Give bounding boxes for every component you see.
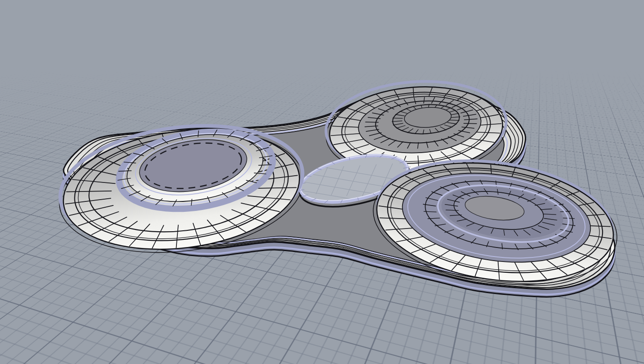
viewport-3d[interactable] [0, 0, 644, 364]
model-canvas[interactable] [0, 0, 644, 364]
spinner-model [52, 75, 625, 299]
